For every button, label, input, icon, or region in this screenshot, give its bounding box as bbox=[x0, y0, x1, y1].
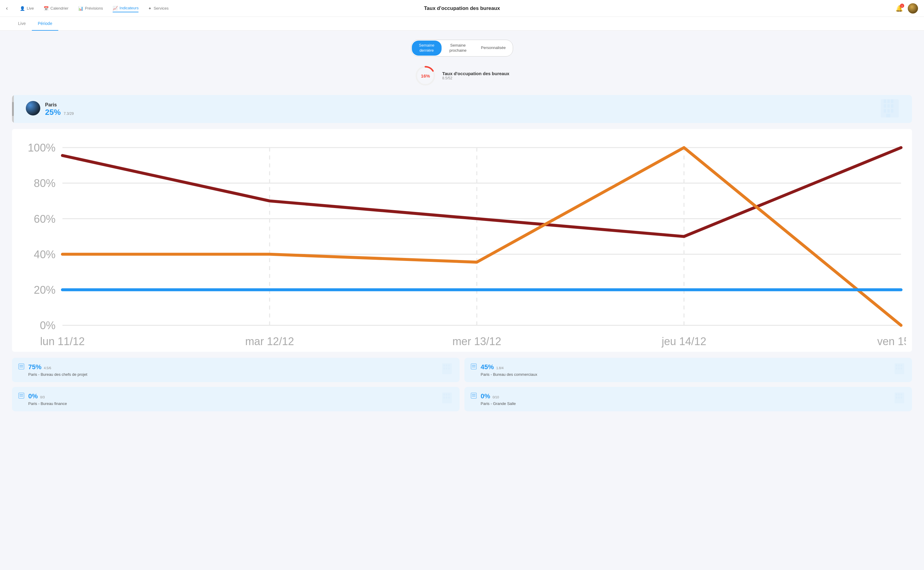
svg-rect-42 bbox=[446, 365, 447, 366]
period-personnalisee[interactable]: Personnalisée bbox=[474, 40, 513, 56]
scrollbar-thumb bbox=[12, 102, 14, 116]
svg-rect-83 bbox=[896, 394, 897, 395]
period-button-group: Semainedernière Semaineprochaine Personn… bbox=[411, 40, 513, 57]
svg-rect-65 bbox=[20, 395, 21, 397]
calendar-icon: 📅 bbox=[44, 6, 49, 11]
location-card[interactable]: Paris 25% 7.3/29 bbox=[12, 95, 912, 123]
notification-bell[interactable]: 🔔 1 bbox=[895, 5, 903, 12]
office-info-0: 75% 4.5/6 Paris - Bureau des chefs de pr… bbox=[28, 363, 87, 377]
svg-rect-53 bbox=[474, 366, 475, 368]
users-icon: 👤 bbox=[20, 6, 25, 11]
nav-previsions[interactable]: 📊 Prévisions bbox=[78, 5, 103, 12]
svg-rect-58 bbox=[896, 368, 897, 369]
location-name: Paris bbox=[45, 102, 73, 107]
svg-rect-12 bbox=[886, 114, 890, 118]
services-icon: ✦ bbox=[148, 6, 152, 11]
svg-text:100%: 100% bbox=[27, 142, 55, 154]
notification-badge: 1 bbox=[900, 4, 904, 8]
line-chart: 100% 80% 60% 40% 20% 0% bbox=[12, 129, 912, 352]
svg-rect-50 bbox=[474, 365, 475, 366]
period-selector: Semainedernière Semaineprochaine Personn… bbox=[12, 40, 912, 57]
tab-periode[interactable]: Période bbox=[32, 17, 58, 31]
svg-rect-52 bbox=[473, 366, 474, 368]
nav-calendrier[interactable]: 📅 Calendrier bbox=[44, 5, 69, 12]
office-fraction-0: 4.5/6 bbox=[44, 366, 51, 370]
svg-rect-71 bbox=[448, 394, 450, 395]
svg-rect-73 bbox=[446, 397, 447, 398]
svg-rect-8 bbox=[891, 104, 893, 108]
office-bg-building-0 bbox=[441, 362, 456, 378]
period-semaine-prochaine[interactable]: Semaineprochaine bbox=[442, 40, 474, 56]
svg-rect-9 bbox=[884, 109, 886, 113]
svg-rect-4 bbox=[887, 100, 890, 103]
office-info-2: 0% 0/3 Paris - Bureau finance bbox=[28, 392, 67, 406]
svg-rect-11 bbox=[891, 109, 893, 113]
svg-rect-79 bbox=[472, 395, 473, 397]
office-card-3[interactable]: 0% 0/10 Paris - Grande Salle bbox=[464, 387, 912, 411]
svg-rect-38 bbox=[21, 366, 22, 368]
office-percent-2: 0% bbox=[28, 392, 38, 400]
nav-indicateurs[interactable]: 📈 Indicateurs bbox=[113, 5, 139, 12]
svg-rect-67 bbox=[22, 395, 23, 397]
svg-rect-57 bbox=[901, 365, 902, 366]
svg-rect-34 bbox=[20, 365, 21, 366]
svg-rect-69 bbox=[443, 394, 445, 395]
office-bg-building-2 bbox=[441, 391, 456, 407]
svg-rect-70 bbox=[446, 394, 447, 395]
svg-rect-7 bbox=[887, 104, 890, 108]
nav-services[interactable]: ✦ Services bbox=[148, 5, 168, 12]
location-percent: 25% bbox=[45, 107, 61, 116]
svg-rect-51 bbox=[472, 366, 473, 368]
svg-text:ven 15/12: ven 15/12 bbox=[877, 335, 906, 348]
svg-text:lun 11/12: lun 11/12 bbox=[40, 335, 85, 348]
svg-rect-72 bbox=[443, 397, 445, 398]
office-icon-0 bbox=[18, 363, 24, 371]
gauge-label: Taux d'occupation des bureaux 8.5/52 bbox=[442, 71, 509, 80]
svg-text:60%: 60% bbox=[34, 213, 56, 225]
svg-rect-66 bbox=[21, 395, 22, 397]
svg-rect-59 bbox=[898, 368, 900, 369]
office-grid: 75% 4.5/6 Paris - Bureau des chefs de pr… bbox=[12, 358, 912, 411]
svg-rect-76 bbox=[472, 394, 473, 395]
svg-text:0%: 0% bbox=[40, 319, 56, 332]
user-avatar[interactable] bbox=[908, 3, 918, 14]
svg-rect-87 bbox=[898, 397, 900, 398]
office-card-0[interactable]: 75% 4.5/6 Paris - Bureau des chefs de pr… bbox=[12, 358, 460, 382]
office-fraction-2: 0/3 bbox=[40, 395, 45, 399]
gauge-percent: 16% bbox=[421, 73, 430, 78]
period-semaine-derniere[interactable]: Semainedernière bbox=[412, 41, 441, 56]
svg-rect-6 bbox=[884, 104, 886, 108]
svg-rect-56 bbox=[898, 365, 900, 366]
office-bg-building-3 bbox=[893, 391, 909, 407]
office-card-2[interactable]: 0% 0/3 Paris - Bureau finance bbox=[12, 387, 460, 411]
tab-bar: Live Période bbox=[0, 17, 924, 31]
svg-rect-78 bbox=[474, 394, 475, 395]
svg-rect-39 bbox=[22, 366, 23, 368]
office-bg-building-1 bbox=[893, 362, 909, 378]
office-icon-2 bbox=[18, 392, 24, 400]
tab-live[interactable]: Live bbox=[12, 17, 32, 31]
svg-text:40%: 40% bbox=[34, 248, 56, 260]
svg-rect-5 bbox=[891, 100, 893, 103]
page-title: Taux d'occupation des bureaux bbox=[424, 5, 500, 11]
main-content: Semainedernière Semaineprochaine Personn… bbox=[0, 31, 924, 420]
svg-rect-84 bbox=[898, 394, 900, 395]
nav-live[interactable]: 👤 Live bbox=[20, 5, 34, 12]
gauge-title: Taux d'occupation des bureaux bbox=[442, 71, 509, 76]
office-card-1[interactable]: 45% 1.8/4 Paris - Bureau des commerciaux bbox=[464, 358, 912, 382]
svg-text:mar 12/12: mar 12/12 bbox=[245, 335, 294, 348]
svg-rect-77 bbox=[473, 394, 474, 395]
office-info-1: 45% 1.8/4 Paris - Bureau des commerciaux bbox=[481, 363, 538, 377]
svg-rect-74 bbox=[448, 397, 450, 398]
office-name-0: Paris - Bureau des chefs de projet bbox=[28, 372, 87, 377]
location-info: Paris 25% 7.3/29 bbox=[45, 101, 73, 117]
svg-rect-45 bbox=[446, 368, 447, 369]
svg-rect-3 bbox=[884, 100, 886, 103]
svg-rect-35 bbox=[21, 365, 22, 366]
office-percent-1: 45% bbox=[481, 363, 494, 371]
svg-rect-63 bbox=[21, 394, 22, 395]
back-button[interactable]: ‹ bbox=[6, 5, 8, 11]
office-percent-0: 75% bbox=[28, 363, 41, 371]
scrollbar bbox=[12, 95, 14, 123]
office-name-3: Paris - Grande Salle bbox=[481, 401, 516, 406]
